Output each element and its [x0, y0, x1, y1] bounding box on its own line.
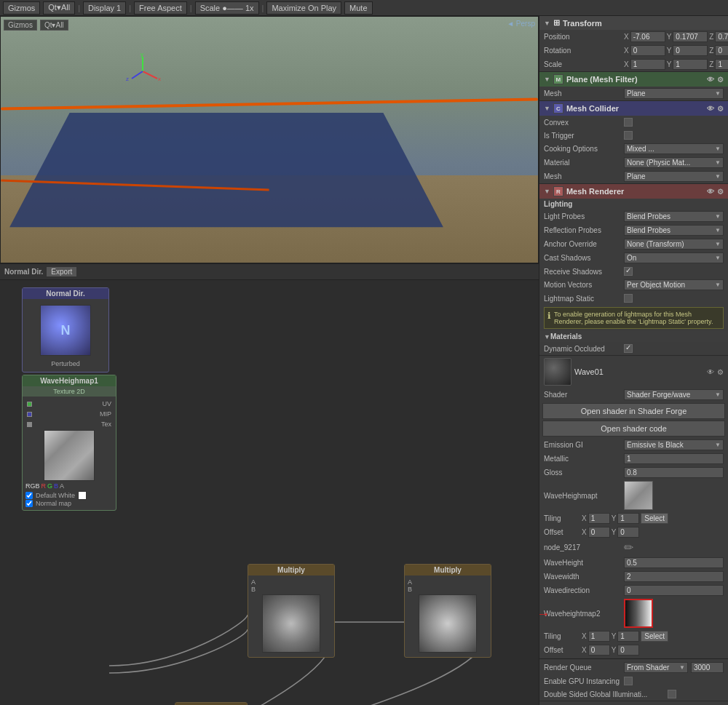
- render-queue-input[interactable]: [691, 662, 724, 673]
- mr-eye-icon[interactable]: 👁: [707, 188, 714, 196]
- dynamic-occluded-checkbox[interactable]: [624, 344, 633, 353]
- display-button[interactable]: Display 1: [83, 1, 126, 15]
- waveheighmapt-select-btn[interactable]: Select: [641, 513, 668, 524]
- transform-header[interactable]: ▼ ⊞ Transform: [539, 16, 728, 30]
- waveheightmap2-select-btn[interactable]: Select: [641, 631, 668, 642]
- tiling2-x-input[interactable]: [588, 631, 610, 642]
- default-check[interactable]: [25, 492, 33, 499]
- viewport-3d: Gizmos Qt▾All ◄ Persp x y z: [1, 17, 538, 263]
- uv-row: UV: [25, 399, 113, 408]
- normalmap-check[interactable]: [25, 500, 33, 507]
- mc-mesh-text: Plane: [627, 172, 646, 180]
- qt-viewport-btn[interactable]: Qt▾All: [40, 20, 68, 31]
- rotation-y-input[interactable]: [673, 45, 708, 56]
- g-port: G: [47, 482, 52, 490]
- scale-button[interactable]: Scale ●—— 1x: [195, 1, 259, 15]
- scale-z-input[interactable]: [715, 59, 728, 70]
- cooking-options-dropdown[interactable]: Mixed ... ▼: [624, 143, 724, 154]
- material-header-row: Wave01 👁 ⚙: [539, 356, 728, 388]
- mesh-renderer-header[interactable]: ▼ R Mesh Renderer 👁 ⚙: [539, 184, 728, 199]
- light-probes-value: Blend Probes ▼: [624, 211, 724, 222]
- scale-y-input[interactable]: [673, 59, 708, 70]
- scale-label: Scale: [544, 60, 624, 68]
- maximize-button[interactable]: Maximize On Play: [266, 1, 341, 15]
- qt-all-button[interactable]: Qt▾All: [43, 1, 75, 15]
- position-y-input[interactable]: [673, 31, 708, 42]
- gizmos-button[interactable]: Gizmos: [3, 1, 40, 15]
- normal-dir-preview: N: [40, 305, 91, 356]
- multiply2-body: A B: [405, 575, 491, 657]
- wavedirection-input[interactable]: [624, 585, 724, 596]
- mc-mesh-arrow: ▼: [715, 173, 721, 180]
- aspect-button[interactable]: Free Aspect: [134, 1, 187, 15]
- tiling-x-input[interactable]: [588, 513, 610, 524]
- shader-dropdown[interactable]: Shader Forge/wave ▼: [624, 389, 724, 400]
- anchor-override-arrow: ▼: [715, 241, 721, 247]
- graph-export-btn[interactable]: Export: [46, 266, 77, 277]
- double-sided-checkbox[interactable]: [668, 690, 676, 698]
- mute-button[interactable]: Mute: [344, 1, 372, 15]
- b2-label: B: [408, 586, 488, 593]
- mesh-filter-mesh-value: Plane ▼: [624, 88, 724, 99]
- metallic-input[interactable]: [624, 453, 724, 464]
- reflection-probes-dropdown[interactable]: Blend Probes ▼: [624, 225, 724, 236]
- position-x-input[interactable]: [630, 31, 665, 42]
- position-z-input[interactable]: [715, 31, 728, 42]
- motion-vectors-dropdown[interactable]: Per Object Motion ▼: [624, 279, 724, 290]
- wave-height-input[interactable]: [624, 557, 724, 568]
- mc-material-dropdown[interactable]: None (Physic Mat... ▼: [624, 157, 724, 168]
- mesh-collider-header[interactable]: ▼ C Mesh Collider 👁 ⚙: [539, 101, 728, 116]
- offset2-y-input[interactable]: [617, 645, 639, 656]
- scale-x-input[interactable]: [630, 59, 665, 70]
- mf-settings-icon[interactable]: ⚙: [717, 76, 724, 84]
- metallic-label: Metallic: [544, 455, 624, 463]
- receive-shadows-checkbox[interactable]: [624, 267, 633, 276]
- waveheighmapt-label: WaveHeighmapt: [544, 492, 624, 500]
- mesh-filter-dropdown[interactable]: Plane ▼: [624, 88, 724, 99]
- light-probes-dropdown[interactable]: Blend Probes ▼: [624, 211, 724, 222]
- wavewidth-input[interactable]: [624, 571, 724, 582]
- port-labels: UV MIP Tex: [25, 399, 113, 429]
- multiply2-node: Multiply A B: [404, 564, 491, 658]
- tiling-x-label: X: [582, 514, 587, 522]
- convex-checkbox[interactable]: [624, 118, 633, 127]
- tiling2-label: Tiling: [544, 632, 580, 640]
- render-queue-label: Render Queue: [544, 664, 624, 672]
- mf-eye-icon[interactable]: 👁: [707, 76, 714, 84]
- cooking-options-value: Mixed ... ▼: [624, 143, 724, 154]
- tiling-y-input[interactable]: [617, 513, 639, 524]
- render-queue-dropdown[interactable]: From Shader ▼: [624, 662, 688, 673]
- gloss-input[interactable]: [624, 467, 724, 478]
- offset-x-input[interactable]: [588, 527, 610, 538]
- axes-gizmo: x y z: [124, 53, 161, 91]
- mc-mesh-dropdown[interactable]: Plane ▼: [624, 171, 724, 182]
- multiply2-header: Multiply: [405, 565, 491, 575]
- lightmap-static-checkbox[interactable]: [624, 294, 633, 303]
- anchor-override-dropdown[interactable]: None (Transform) ▼: [624, 239, 724, 250]
- gizmos-viewport-btn[interactable]: Gizmos: [4, 20, 37, 31]
- offset2-x-input[interactable]: [588, 645, 610, 656]
- rotation-label: Rotation: [544, 47, 624, 55]
- normal-dir-body: N Perturbed: [23, 299, 108, 372]
- mr-settings-icon[interactable]: ⚙: [717, 188, 724, 196]
- gpu-instancing-checkbox[interactable]: [624, 677, 633, 685]
- cooking-options-label: Cooking Options: [544, 145, 624, 153]
- tiling2-y-input[interactable]: [617, 631, 639, 642]
- is-trigger-checkbox[interactable]: [624, 131, 633, 140]
- mc-settings-icon[interactable]: ⚙: [717, 105, 724, 113]
- rotation-z-input[interactable]: [715, 45, 728, 56]
- emission-gi-dropdown[interactable]: Emissive Is Black ▼: [624, 439, 724, 450]
- open-shader-forge-btn[interactable]: Open shader in Shader Forge: [542, 403, 725, 419]
- mat-eye-icon[interactable]: 👁: [707, 368, 714, 376]
- rotation-x-input[interactable]: [630, 45, 665, 56]
- open-shader-code-btn[interactable]: Open shader code: [542, 421, 725, 437]
- waveheightmap2-tiling-row: Tiling X Y Select: [539, 629, 728, 643]
- offset-xy: X Y: [582, 527, 639, 538]
- offset-y-input[interactable]: [617, 527, 639, 538]
- white-swatch: [78, 491, 87, 500]
- mesh-filter-header[interactable]: ▼ M Plane (Mesh Filter) 👁 ⚙: [539, 72, 728, 87]
- edit-icon[interactable]: ✏: [624, 541, 633, 554]
- mc-eye-icon[interactable]: 👁: [707, 105, 714, 113]
- mat-settings-icon[interactable]: ⚙: [717, 368, 724, 376]
- cast-shadows-dropdown[interactable]: On ▼: [624, 252, 724, 263]
